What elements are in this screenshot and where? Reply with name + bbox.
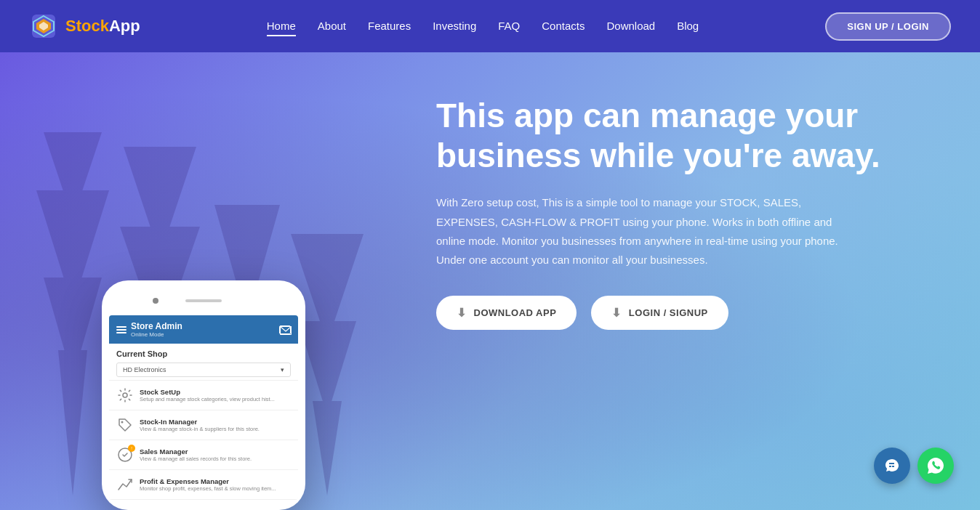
hamburger-icon [116,326,126,333]
nav-links: Home About Features Investing FAQ Contac… [267,20,699,33]
navbar: StockApp Home About Features Investing F… [0,0,980,52]
phone-notch [109,291,298,311]
phone-speaker [185,299,222,302]
download-arrow-icon: ⬇ [457,306,467,320]
signup-button[interactable]: SIGN UP / LOGIN [825,12,951,41]
login-arrow-icon: ⬇ [611,306,622,320]
logo-text: StockApp [65,17,140,36]
phone-shop-section: Current Shop HD Electronics ▾ [109,344,298,381]
svg-point-20 [121,421,124,424]
chevron-down-icon: ▾ [281,366,284,373]
whatsapp-button[interactable] [917,448,954,484]
cta-buttons: ⬇ DOWNLOAD APP ⬇ LOGIN / SIGNUP [436,296,922,330]
profit-icon [116,476,134,493]
shop-dropdown[interactable]: HD Electronics ▾ [116,363,291,377]
download-app-button[interactable]: ⬇ DOWNLOAD APP [436,296,577,330]
tag-icon [116,416,134,434]
phone-section: Store Admin Online Mode [0,52,407,510]
whatsapp-icon [926,456,945,475]
svg-point-19 [123,393,127,397]
logo-icon [29,12,58,41]
list-item[interactable]: Stock-In Manager View & manage stock-in … [109,410,298,440]
phone-app-header: Store Admin Online Mode [109,315,298,344]
phone-app-subtitle: Online Mode [131,331,182,338]
phone-screen: Store Admin Online Mode [109,315,298,500]
hero-heading: This app can manage your business while … [436,96,922,176]
hero-section: Store Admin Online Mode [0,52,980,510]
phone-mockup: Store Admin Online Mode [102,280,305,510]
phone-app-title: Store Admin [131,321,182,331]
shop-title: Current Shop [116,349,291,358]
sales-icon: ! [116,446,134,464]
chat-icon [883,457,901,474]
mail-icon [279,325,291,334]
gear-icon [116,386,134,404]
phone-camera [153,298,158,304]
nav-item-home[interactable]: Home [267,20,296,33]
nav-item-features[interactable]: Features [368,20,411,33]
notification-badge: ! [128,445,135,452]
logo[interactable]: StockApp [29,12,140,41]
nav-item-investing[interactable]: Investing [433,20,476,33]
chat-button[interactable] [874,448,910,484]
login-signup-button[interactable]: ⬇ LOGIN / SIGNUP [591,296,728,330]
nav-item-about[interactable]: About [318,20,346,33]
nav-item-faq[interactable]: FAQ [498,20,520,33]
hero-description: With Zero setup cost, This is a simple t… [436,193,858,270]
nav-item-contacts[interactable]: Contacts [542,20,585,33]
list-item[interactable]: Profit & Expenses Manager Monitor shop p… [109,470,298,500]
nav-item-blog[interactable]: Blog [677,20,699,33]
hero-content: This app can manage your business while … [407,52,980,373]
nav-item-download[interactable]: Download [606,20,655,33]
list-item[interactable]: Stock SetUp Setup and manage stock categ… [109,381,298,410]
menu-items-list: Stock SetUp Setup and manage stock categ… [109,381,298,500]
list-item[interactable]: ! Sales Manager View & manage all sales … [109,440,298,470]
